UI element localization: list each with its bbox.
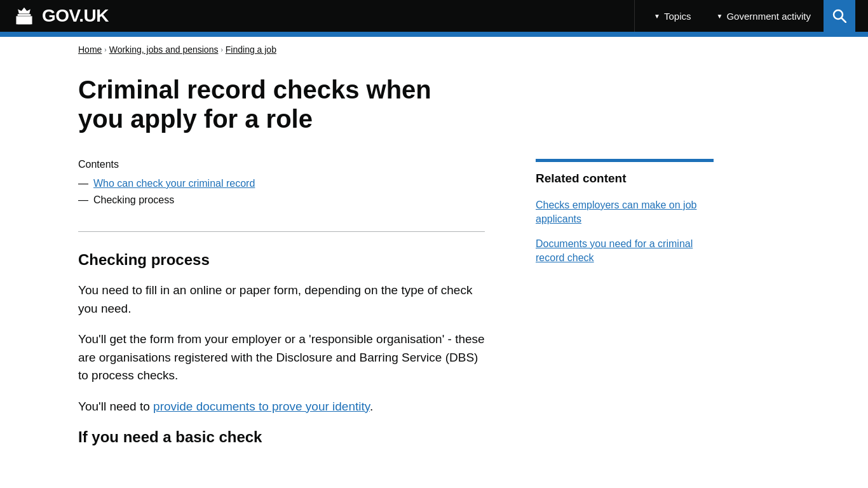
- breadcrumb-home[interactable]: Home: [78, 44, 102, 55]
- breadcrumb-chevron-2: ›: [220, 46, 222, 53]
- search-icon: [832, 9, 846, 23]
- crown-icon: [13, 6, 36, 26]
- contents-current-item: Checking process: [93, 194, 174, 206]
- paragraph-3-text: You'll need to: [78, 400, 150, 413]
- main-content: Criminal record checks when you apply fo…: [65, 62, 803, 488]
- breadcrumb-working-jobs[interactable]: Working, jobs and pensions: [109, 44, 219, 55]
- topics-label: Topics: [664, 11, 691, 22]
- contents-item-1: — Who can check your criminal record: [78, 178, 485, 189]
- main-nav: ▼ Topics ▼ Government activity: [641, 0, 824, 32]
- related-content-title: Related content: [536, 172, 714, 186]
- related-item-2: Documents you need for a criminal record…: [536, 237, 714, 266]
- contents-box: Contents — Who can check your criminal r…: [78, 159, 485, 206]
- svg-rect-2: [18, 23, 31, 24]
- related-content-box: Related content Checks employers can mak…: [536, 159, 714, 266]
- section-heading-basic-check: If you need a basic check: [78, 428, 485, 446]
- svg-rect-1: [16, 16, 32, 24]
- paragraph-3: You'll need to provide documents to prov…: [78, 398, 485, 416]
- topics-chevron-icon: ▼: [654, 13, 660, 20]
- svg-line-4: [841, 18, 846, 22]
- related-content-sidebar: Related content Checks employers can mak…: [536, 159, 714, 276]
- government-activity-label: Government activity: [726, 11, 811, 22]
- section-heading-checking-process: Checking process: [78, 251, 485, 269]
- contents-dash-1: —: [78, 178, 88, 189]
- topics-nav-button[interactable]: ▼ Topics: [641, 0, 703, 32]
- related-link-documents-criminal-record[interactable]: Documents you need for a criminal record…: [536, 238, 693, 263]
- paragraph-2: You'll get the form from your employer o…: [78, 330, 485, 385]
- contents-item-2: — Checking process: [78, 194, 485, 206]
- contents-label: Contents: [78, 159, 485, 170]
- related-links-list: Checks employers can make on job applica…: [536, 198, 714, 266]
- paragraph-1: You need to fill in an online or paper f…: [78, 281, 485, 318]
- search-button[interactable]: [824, 0, 855, 32]
- contents-link-criminal-record[interactable]: Who can check your criminal record: [93, 178, 255, 189]
- government-activity-nav-button[interactable]: ▼ Government activity: [704, 0, 824, 32]
- breadcrumb: Home › Working, jobs and pensions › Find…: [65, 37, 803, 62]
- gov-activity-chevron-icon: ▼: [717, 13, 723, 20]
- paragraph-3-suffix: .: [370, 400, 373, 413]
- contents-list: — Who can check your criminal record — C…: [78, 178, 485, 206]
- left-column: Contents — Who can check your criminal r…: [78, 159, 485, 459]
- page-title: Criminal record checks when you apply fo…: [78, 75, 478, 133]
- breadcrumb-chevron-1: ›: [104, 46, 106, 53]
- contents-dash-2: —: [78, 194, 88, 206]
- related-item-1: Checks employers can make on job applica…: [536, 198, 714, 227]
- related-link-employer-checks[interactable]: Checks employers can make on job applica…: [536, 200, 696, 224]
- site-header: GOV.UK ▼ Topics ▼ Government activity: [0, 0, 868, 32]
- section-divider: [78, 231, 485, 232]
- blue-accent-bar: [0, 32, 868, 37]
- logo-text: GOV.UK: [42, 6, 109, 26]
- breadcrumb-finding-job[interactable]: Finding a job: [226, 44, 276, 55]
- gov-uk-logo[interactable]: GOV.UK: [13, 6, 628, 26]
- svg-rect-0: [18, 14, 31, 16]
- nav-divider: [634, 0, 635, 32]
- identity-documents-link[interactable]: provide documents to prove your identity: [153, 400, 370, 413]
